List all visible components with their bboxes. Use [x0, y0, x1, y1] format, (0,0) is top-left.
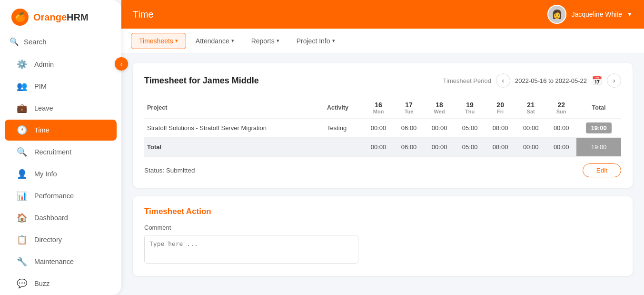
sidebar-label-performance: Performance	[34, 192, 74, 200]
performance-icon: 📊	[16, 191, 28, 201]
cell-row-total: 19:00	[576, 119, 621, 138]
col-day-22: 22 Sun	[546, 97, 576, 119]
edit-button[interactable]: Edit	[583, 163, 621, 177]
leave-icon: 💼	[16, 103, 28, 113]
sidebar-label-leave: Leave	[34, 104, 53, 112]
col-day-21: 21 Sat	[515, 97, 546, 119]
col-day-16: 16 Mon	[363, 97, 394, 119]
calendar-icon[interactable]: 📅	[592, 75, 602, 86]
period-label: Timesheet Period	[443, 77, 491, 84]
total-grand: 19:00	[576, 138, 621, 157]
col-day-20: 20 Fri	[485, 97, 515, 119]
search-icon: 🔍	[10, 37, 19, 46]
tab-project-info[interactable]: Project Info ▾	[289, 33, 343, 49]
cell-activity: Testing	[324, 119, 363, 138]
cell-fri: 08:00	[485, 119, 515, 138]
timesheet-title: Timesheet for James Middle	[144, 76, 259, 86]
sidebar-item-time[interactable]: 🕐 Time	[5, 120, 117, 141]
timesheet-table: Project Activity 16 Mon	[144, 97, 621, 157]
timesheet-card-header: Timesheet for James Middle Timesheet Per…	[144, 73, 621, 88]
total-label: Total	[144, 138, 363, 157]
timesheet-action-card: Timesheet Action Comment	[133, 196, 633, 276]
myinfo-icon: 👤	[16, 169, 28, 179]
collapse-button[interactable]: ‹	[115, 57, 128, 71]
period-value: 2022-05-16 to 2022-05-22	[515, 77, 587, 84]
col-day-18: 18 Wed	[424, 97, 455, 119]
timesheet-card: Timesheet for James Middle Timesheet Per…	[133, 63, 633, 188]
chevron-down-icon: ▼	[627, 11, 633, 18]
user-name: Jacqueline White	[571, 10, 622, 18]
comment-input[interactable]	[144, 235, 358, 264]
prev-period-button[interactable]: ‹	[496, 73, 510, 88]
nav-items: ⚙️ Admin 👥 PIM 💼 Leave 🕐 Time 🔍 Recruitm…	[0, 53, 121, 295]
total-sat: 00:00	[515, 138, 546, 157]
total-tue: 06:00	[394, 138, 424, 157]
tab-attendance-label: Attendance	[196, 37, 229, 45]
directory-icon: 📋	[16, 234, 28, 245]
maintenance-icon: 🔧	[16, 256, 28, 267]
col-activity: Activity	[324, 97, 363, 119]
sidebar-item-pim[interactable]: 👥 PIM	[5, 76, 117, 97]
cell-tue: 06:00	[394, 119, 424, 138]
sidebar-label-recruitment: Recruitment	[34, 148, 71, 156]
logo-text: OrangeHRM	[33, 12, 89, 23]
chevron-timesheets-icon: ▾	[175, 38, 178, 44]
status-bar: Status: Submitted Edit	[144, 163, 621, 177]
sidebar: 🍊 OrangeHRM 🔍 Search ⚙️ Admin 👥 PIM 💼 Le…	[0, 0, 121, 295]
logo-area: 🍊 OrangeHRM	[0, 0, 121, 33]
search-label: Search	[24, 38, 47, 46]
sidebar-item-recruitment[interactable]: 🔍 Recruitment	[5, 142, 117, 163]
recruitment-icon: 🔍	[16, 147, 28, 157]
action-title: Timesheet Action	[144, 207, 621, 216]
buzz-icon: 💬	[16, 278, 28, 289]
admin-icon: ⚙️	[16, 59, 28, 70]
page-title: Time	[133, 9, 154, 20]
cell-sat: 00:00	[515, 119, 546, 138]
total-thu: 05:00	[455, 138, 485, 157]
top-header: Time 👩 Jacqueline White ▼	[121, 0, 644, 29]
cell-wed: 00:00	[424, 119, 455, 138]
col-project: Project	[144, 97, 324, 119]
sidebar-label-myinfo: My Info	[34, 170, 57, 178]
search-row[interactable]: 🔍 Search	[0, 33, 121, 53]
tab-project-info-label: Project Info	[297, 37, 330, 45]
cell-thu: 05:00	[455, 119, 485, 138]
time-icon: 🕐	[16, 125, 28, 135]
sidebar-item-dashboard[interactable]: 🏠 Dashboard	[5, 207, 117, 228]
sidebar-item-leave[interactable]: 💼 Leave	[5, 98, 117, 119]
pim-icon: 👥	[16, 81, 28, 92]
dashboard-icon: 🏠	[16, 213, 28, 223]
comment-label: Comment	[144, 224, 621, 231]
sidebar-item-myinfo[interactable]: 👤 My Info	[5, 163, 117, 184]
sidebar-label-directory: Directory	[34, 236, 62, 244]
col-day-17: 17 Tue	[394, 97, 424, 119]
user-menu[interactable]: 👩 Jacqueline White ▼	[547, 5, 633, 24]
tab-reports[interactable]: Reports ▾	[244, 33, 287, 49]
sidebar-item-maintenance[interactable]: 🔧 Maintenance	[5, 251, 117, 272]
col-total: Total	[576, 97, 621, 119]
period-area: Timesheet Period ‹ 2022-05-16 to 2022-05…	[443, 73, 621, 88]
sidebar-item-buzz[interactable]: 💬 Buzz	[5, 273, 117, 294]
chevron-reports-icon: ▾	[277, 38, 279, 44]
cell-mon: 00:00	[363, 119, 394, 138]
sidebar-label-maintenance: Maintenance	[34, 258, 74, 265]
avatar: 👩	[547, 5, 566, 24]
tab-timesheets-label: Timesheets	[139, 37, 173, 45]
total-fri: 08:00	[485, 138, 515, 157]
sidebar-item-performance[interactable]: 📊 Performance	[5, 185, 117, 206]
sidebar-item-directory[interactable]: 📋 Directory	[5, 229, 117, 250]
sidebar-label-admin: Admin	[34, 61, 54, 68]
sidebar-item-admin[interactable]: ⚙️ Admin	[5, 54, 117, 75]
logo-icon: 🍊	[11, 9, 29, 26]
row-total-value: 19:00	[586, 122, 611, 133]
tab-attendance[interactable]: Attendance ▾	[188, 33, 242, 49]
tab-timesheets[interactable]: Timesheets ▾	[131, 33, 186, 49]
tab-reports-label: Reports	[251, 37, 275, 45]
total-sun: 00:00	[546, 138, 576, 157]
sidebar-label-time: Time	[34, 126, 50, 134]
next-period-button[interactable]: ›	[607, 73, 621, 88]
table-row: Stratoff Solutions - Stratoff Server Mig…	[144, 119, 621, 138]
nav-bar: Timesheets ▾ Attendance ▾ Reports ▾ Proj…	[121, 29, 644, 53]
cell-sun: 00:00	[546, 119, 576, 138]
chevron-attendance-icon: ▾	[231, 38, 234, 44]
